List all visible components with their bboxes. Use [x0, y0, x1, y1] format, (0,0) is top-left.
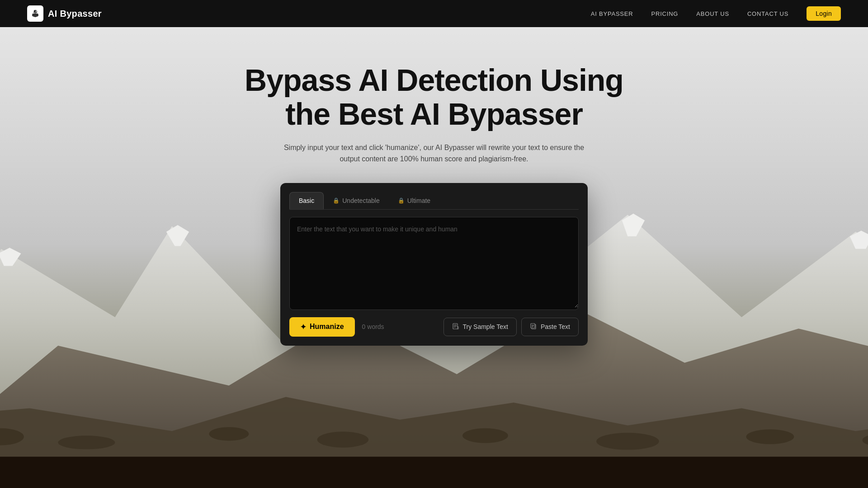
- logo-icon: [27, 5, 43, 22]
- tab-ultimate[interactable]: 🔒 Ultimate: [389, 192, 439, 209]
- footer-left: ✦ Humanize 0 words: [289, 317, 384, 337]
- svg-rect-32: [0, 457, 868, 488]
- text-input[interactable]: [290, 217, 578, 308]
- lock-icon-ultimate: 🔒: [398, 197, 405, 204]
- svg-point-26: [209, 427, 249, 441]
- textarea-wrapper: [289, 217, 579, 310]
- tab-basic-label: Basic: [299, 197, 314, 204]
- try-sample-button[interactable]: Try Sample Text: [443, 318, 517, 336]
- nav-logo[interactable]: AI Bypasser: [27, 5, 102, 22]
- lock-icon-undetectable: 🔒: [333, 197, 340, 204]
- nav-links: AI BYPASSER PRICING ABOUT US CONTACT US …: [591, 9, 841, 18]
- nav-link-about-us[interactable]: ABOUT US: [696, 10, 729, 17]
- paste-text-button[interactable]: Paste Text: [521, 318, 579, 336]
- humanize-icon: ✦: [300, 323, 306, 331]
- humanize-label: Humanize: [310, 323, 344, 331]
- hero-section: Bypass AI Detection Using the Best AI By…: [0, 0, 868, 488]
- humanize-button[interactable]: ✦ Humanize: [289, 317, 355, 337]
- paste-icon: [530, 323, 537, 331]
- tab-ultimate-label: Ultimate: [407, 197, 430, 204]
- word-count-number: 0: [362, 323, 366, 330]
- tabs-container: Basic 🔒 Undetectable 🔒 Ultimate: [289, 192, 579, 210]
- hero-title: Bypass AI Detection Using the Best AI By…: [231, 63, 637, 131]
- navbar: AI Bypasser AI BYPASSER PRICING ABOUT US…: [0, 0, 868, 27]
- tab-undetectable[interactable]: 🔒 Undetectable: [324, 192, 389, 209]
- sample-icon: [452, 323, 459, 331]
- tab-basic[interactable]: Basic: [289, 192, 324, 209]
- tab-undetectable-label: Undetectable: [342, 197, 380, 204]
- word-count-label: words: [367, 323, 384, 330]
- footer-right: Try Sample Text Paste Tex: [443, 318, 579, 336]
- word-count-display: 0 words: [362, 323, 384, 330]
- hero-content: Bypass AI Detection Using the Best AI By…: [0, 27, 868, 364]
- logo-text: AI Bypasser: [48, 9, 102, 19]
- svg-point-27: [317, 432, 368, 447]
- svg-point-29: [596, 433, 659, 450]
- hero-subtitle: Simply input your text and click 'humani…: [276, 142, 592, 165]
- tool-card: Basic 🔒 Undetectable 🔒 Ultimate: [280, 183, 588, 346]
- paste-text-label: Paste Text: [541, 323, 570, 330]
- nav-link-pricing[interactable]: PRICING: [651, 10, 679, 17]
- svg-point-25: [58, 436, 115, 449]
- card-footer: ✦ Humanize 0 words: [289, 317, 579, 337]
- svg-point-28: [462, 428, 508, 443]
- svg-point-1: [33, 11, 34, 12]
- svg-point-2: [36, 11, 37, 12]
- nav-link-ai-bypasser[interactable]: AI BYPASSER: [591, 10, 633, 17]
- try-sample-label: Try Sample Text: [463, 323, 508, 330]
- svg-point-30: [746, 429, 794, 444]
- nav-link-contact-us[interactable]: CONTACT US: [747, 10, 788, 17]
- login-button[interactable]: Login: [807, 6, 841, 21]
